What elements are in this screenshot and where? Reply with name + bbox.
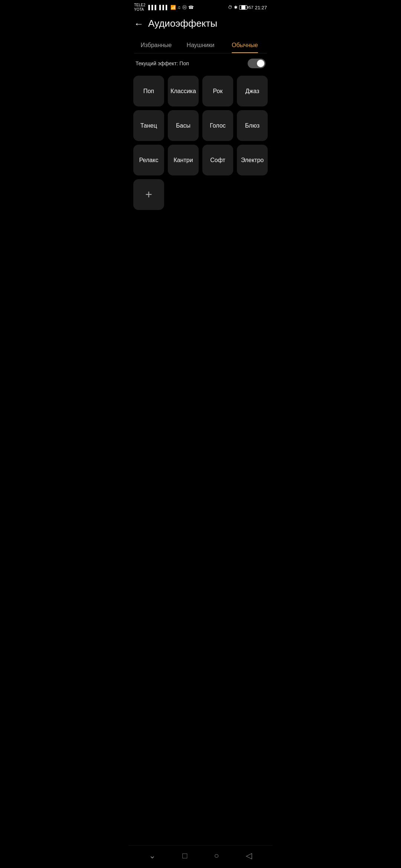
header: ← Аудиоэффекты [128, 13, 273, 32]
status-bar: TELE2 YOTA ▌▌▌ ▌▌▌ 📶 ♫ Ⓗ ☎ ⏱ ✱ 57 21:27 [128, 0, 273, 13]
signal1-icon: ▌▌▌ [149, 5, 158, 10]
bluetooth-icon: ✱ [234, 5, 238, 10]
battery-icon [239, 5, 247, 10]
back-button[interactable]: ← [134, 19, 144, 29]
toggle-knob [257, 60, 264, 67]
effect-bass[interactable]: Басы [168, 110, 199, 141]
carrier-info: TELE2 YOTA [134, 3, 146, 12]
effect-toggle[interactable] [248, 59, 265, 68]
effect-blues[interactable]: Блюз [237, 110, 268, 141]
effects-grid: Поп Классика Рок Джаз Танец Басы Голос Б… [128, 72, 273, 214]
tabs-container: Избранные Наушники Обычные [128, 32, 273, 53]
effect-jazz[interactable]: Джаз [237, 76, 268, 106]
effect-dance[interactable]: Танец [133, 110, 164, 141]
alarm-icon: ⏱ [228, 5, 232, 10]
effect-pop[interactable]: Поп [133, 76, 164, 106]
page-title: Аудиоэффекты [148, 18, 217, 29]
add-effect-button[interactable]: + [133, 179, 164, 210]
music-icon: ♫ [177, 5, 181, 10]
tab-normal[interactable]: Обычные [223, 38, 267, 53]
viber-icon: ☎ [188, 5, 194, 10]
time-display: 21:27 [255, 5, 267, 10]
effect-soft[interactable]: Софт [202, 145, 233, 175]
tab-headphones[interactable]: Наушники [178, 38, 222, 53]
battery-percent: 57 [249, 5, 253, 10]
effect-country[interactable]: Кантри [168, 145, 199, 175]
signal-icons: ▌▌▌ ▌▌▌ 📶 ♫ Ⓗ ☎ [149, 4, 194, 11]
whatsapp-icon: Ⓗ [182, 4, 187, 11]
wifi-icon: 📶 [170, 5, 176, 10]
effect-classic[interactable]: Классика [168, 76, 199, 106]
effect-voice[interactable]: Голос [202, 110, 233, 141]
effect-electro[interactable]: Электро [237, 145, 268, 175]
tab-favorites[interactable]: Избранные [134, 38, 178, 53]
effect-rock[interactable]: Рок [202, 76, 233, 106]
signal2-icon: ▌▌▌ [159, 5, 169, 10]
current-effect-label: Текущий эффект: Поп [136, 60, 189, 66]
current-effect-row: Текущий эффект: Поп [128, 53, 273, 72]
status-right: ⏱ ✱ 57 21:27 [228, 5, 267, 10]
effect-relax[interactable]: Релакс [133, 145, 164, 175]
